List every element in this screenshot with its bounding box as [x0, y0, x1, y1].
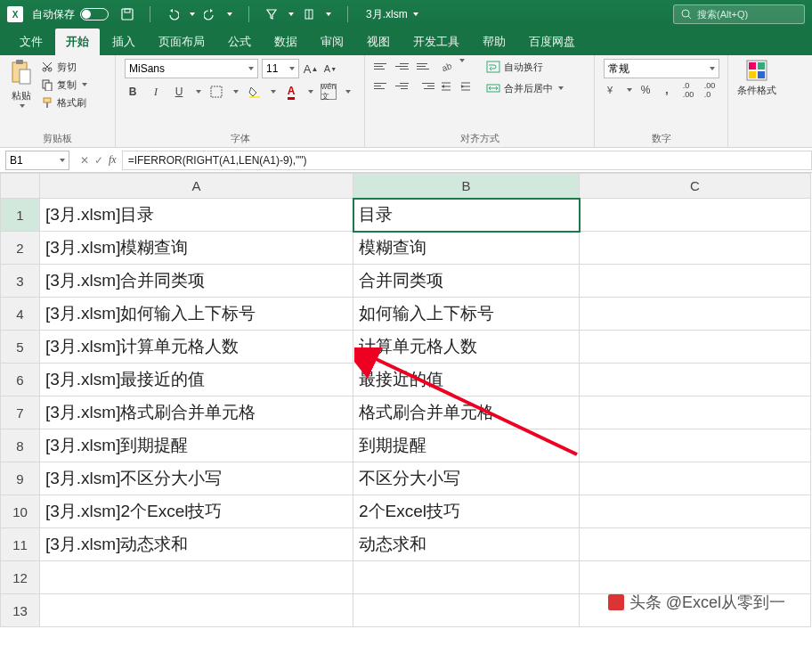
row-header[interactable]: 6: [1, 364, 40, 396]
cell-C11[interactable]: [580, 528, 811, 561]
paste-dropdown-icon[interactable]: [20, 104, 25, 108]
cell-C5[interactable]: [580, 331, 811, 364]
border-button[interactable]: [208, 84, 224, 100]
accounting-button[interactable]: ¥: [604, 82, 620, 98]
cell-B4[interactable]: 如何输入上下标号: [353, 298, 580, 331]
tab-view[interactable]: 视图: [356, 29, 401, 55]
copy-button[interactable]: 复制: [41, 77, 87, 93]
cell-B8[interactable]: 到期提醒: [353, 429, 580, 462]
cell-A9[interactable]: [3月.xlsm]不区分大小写: [40, 462, 353, 495]
cell-B7[interactable]: 格式刷合并单元格: [353, 396, 580, 429]
align-left-button[interactable]: [374, 78, 392, 93]
fx-icon[interactable]: fx: [109, 153, 117, 167]
cell-A13[interactable]: [40, 594, 353, 627]
cell-A4[interactable]: [3月.xlsm]如何输入上下标号: [40, 298, 353, 331]
cell-A3[interactable]: [3月.xlsm]合并同类项: [40, 265, 353, 298]
cell-C6[interactable]: [580, 364, 811, 396]
font-size-combo[interactable]: 11: [262, 59, 299, 78]
cell-A10[interactable]: [3月.xlsm]2个Excel技巧: [40, 495, 353, 528]
cell-C9[interactable]: [580, 462, 811, 495]
row-header[interactable]: 7: [1, 396, 40, 429]
align-right-button[interactable]: [417, 78, 434, 93]
increase-font-icon[interactable]: A▲: [303, 61, 319, 77]
col-header-A[interactable]: A: [40, 174, 353, 199]
format-painter-button[interactable]: 格式刷: [41, 94, 87, 110]
cell-B11[interactable]: 动态求和: [353, 528, 580, 561]
row-header[interactable]: 1: [1, 199, 40, 232]
orientation-button[interactable]: ab: [438, 59, 454, 75]
conditional-formatting-button[interactable]: 条件格式: [737, 59, 776, 97]
cell-B13[interactable]: [353, 594, 580, 627]
cell-B2[interactable]: 模糊查询: [353, 232, 580, 265]
percent-button[interactable]: %: [637, 82, 654, 98]
tab-file[interactable]: 文件: [9, 29, 53, 55]
redo-dropdown-icon[interactable]: [227, 12, 232, 16]
tab-insert[interactable]: 插入: [102, 29, 146, 55]
enter-icon[interactable]: ✓: [94, 154, 103, 167]
row-header[interactable]: 11: [1, 528, 40, 561]
touch-dropdown-icon[interactable]: [326, 12, 331, 16]
cell-B12[interactable]: [353, 561, 580, 594]
cut-button[interactable]: 剪切: [41, 59, 87, 75]
cell-A8[interactable]: [3月.xlsm]到期提醒: [40, 429, 353, 462]
col-header-B[interactable]: B: [353, 174, 580, 199]
align-top-button[interactable]: [374, 59, 392, 73]
row-header[interactable]: 10: [1, 495, 40, 528]
col-header-C[interactable]: C: [580, 174, 811, 199]
cell-B6[interactable]: 最接近的值: [353, 364, 580, 396]
underline-button[interactable]: U: [171, 84, 187, 100]
cell-A12[interactable]: [40, 561, 353, 594]
filename-dropdown-icon[interactable]: [413, 12, 418, 16]
cell-A7[interactable]: [3月.xlsm]格式刷合并单元格: [40, 396, 353, 429]
cell-A5[interactable]: [3月.xlsm]计算单元格人数: [40, 331, 353, 364]
redo-icon[interactable]: [204, 8, 216, 20]
cell-C3[interactable]: [580, 265, 811, 298]
align-center-button[interactable]: [395, 78, 413, 93]
row-header[interactable]: 8: [1, 429, 40, 462]
merge-center-button[interactable]: 合并后居中: [486, 80, 564, 96]
tab-review[interactable]: 审阅: [310, 29, 354, 55]
cell-B1[interactable]: 目录: [353, 199, 580, 232]
row-header[interactable]: 12: [1, 561, 40, 594]
name-box[interactable]: B1: [5, 151, 69, 170]
italic-button[interactable]: I: [148, 84, 164, 100]
search-box[interactable]: 搜索(Alt+Q): [673, 4, 805, 24]
fill-color-button[interactable]: [246, 84, 262, 100]
cell-B9[interactable]: 不区分大小写: [353, 462, 580, 495]
cell-A6[interactable]: [3月.xlsm]最接近的值: [40, 364, 353, 396]
filter-icon[interactable]: [265, 8, 278, 20]
paste-button[interactable]: 粘贴: [9, 59, 34, 110]
align-middle-button[interactable]: [395, 59, 413, 73]
align-bottom-button[interactable]: [417, 59, 434, 73]
row-header[interactable]: 3: [1, 265, 40, 298]
number-format-combo[interactable]: 常规: [604, 59, 719, 78]
wrap-text-button[interactable]: 自动换行: [486, 59, 564, 75]
cell-C12[interactable]: [580, 561, 811, 594]
decrease-decimal-button[interactable]: .00.0: [702, 82, 718, 98]
undo-icon[interactable]: [166, 8, 179, 20]
decrease-font-icon[interactable]: A▼: [322, 61, 338, 77]
increase-decimal-button[interactable]: .0.00: [680, 82, 696, 98]
cell-B5[interactable]: 计算单元格人数: [353, 331, 580, 364]
phonetic-button[interactable]: wén文: [321, 84, 337, 100]
select-all-corner[interactable]: [1, 174, 40, 199]
tab-dev[interactable]: 开发工具: [402, 29, 470, 55]
tab-layout[interactable]: 页面布局: [148, 29, 215, 55]
bold-button[interactable]: B: [125, 84, 141, 100]
cell-A1[interactable]: [3月.xlsm]目录: [40, 199, 353, 232]
font-name-combo[interactable]: MiSans: [125, 59, 258, 78]
tab-home[interactable]: 开始: [55, 29, 100, 55]
cell-C7[interactable]: [580, 396, 811, 429]
cell-A2[interactable]: [3月.xlsm]模糊查询: [40, 232, 353, 265]
tab-baidu[interactable]: 百度网盘: [518, 29, 586, 55]
save-icon[interactable]: [121, 8, 134, 20]
cell-C8[interactable]: [580, 429, 811, 462]
indent-decrease-button[interactable]: [438, 78, 454, 94]
cell-C1[interactable]: [580, 199, 811, 232]
cell-B3[interactable]: 合并同类项: [353, 265, 580, 298]
font-color-button[interactable]: A: [283, 84, 299, 100]
touch-icon[interactable]: [303, 8, 315, 20]
autosave-toggle[interactable]: [80, 8, 109, 20]
indent-increase-button[interactable]: [458, 78, 474, 94]
row-header[interactable]: 4: [1, 298, 40, 331]
